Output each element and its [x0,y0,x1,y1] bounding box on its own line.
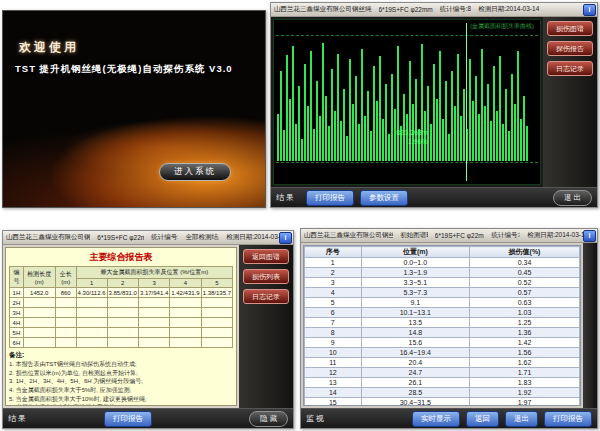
report-header-cell: 全长(m) [55,267,76,288]
list-row[interactable]: 1326.11.83 [305,378,580,388]
print-report-button[interactable]: 打印报告 [544,411,592,427]
detect-date: 检测日期:2014-03-14 [478,5,539,14]
list-row[interactable]: 610.1~13.11.03 [305,308,580,318]
report-row[interactable]: 4H [10,318,233,328]
scope-label: 全部检测结果 [185,233,219,242]
list-cell: 28.5 [361,388,469,398]
signal-bar [499,56,501,161]
signal-bar [442,119,444,161]
report-cell [55,308,76,318]
list-row[interactable]: 1016.4~19.41.56 [305,348,580,358]
waveform-chart[interactable]: (金属截面积损失率曲线) 820.263m 1.96% [273,19,541,185]
list-cell: 0.0~1.0 [361,258,469,268]
signal-bar [319,116,321,161]
exit-button[interactable]: 退 出 [553,190,592,206]
list-cell: 10.1~13.1 [361,308,469,318]
report-cell [23,298,55,308]
print-report-button[interactable]: 打印报告 [104,411,152,427]
signal-bar [448,134,450,161]
damage-list-button[interactable]: 损伤列表 [243,269,289,284]
report-window: 山西兰花三鑫煤业有限公司钢丝绳 6*19S+FC φ22mm 统计编号:8 全部… [2,230,294,429]
list-cell: 15.6 [361,338,469,348]
signal-bar [460,116,462,161]
signal-bar [331,69,333,161]
signal-bar [355,76,357,161]
list-cell: 5 [305,298,362,308]
back-button[interactable]: 返回 [466,411,499,427]
report-header-cell: 编号 [10,267,24,288]
list-statusbar: 监视 实时显示 返回 退出 打印报告 [301,408,597,428]
list-cell: 1.92 [470,388,580,398]
report-row[interactable]: 6H [10,338,233,348]
list-row[interactable]: 1120.41.62 [305,358,580,368]
list-cell: 16.4~19.4 [361,348,469,358]
realtime-button[interactable]: 实时显示 [412,411,460,427]
list-row[interactable]: 814.81.36 [305,328,580,338]
list-cell: 26.1 [361,378,469,388]
info-icon[interactable]: i [583,4,596,16]
list-cell: 9 [305,338,362,348]
list-row[interactable]: 713.51.25 [305,318,580,328]
log-record-button[interactable]: 日志记录 [243,289,289,304]
info-icon[interactable]: i [583,230,596,242]
list-cell: 1.03 [470,308,580,318]
list-row[interactable]: 10.0~1.00.34 [305,258,580,268]
report-row[interactable]: 3H [10,308,233,318]
list-row[interactable]: 1428.51.92 [305,388,580,398]
list-row[interactable]: 1530.4~31.51.97 [305,398,580,407]
signal-bar [283,130,285,161]
chart-cursor[interactable] [466,23,467,180]
signal-bar [481,49,483,161]
signal-bar [469,59,471,161]
report-cell [23,308,55,318]
list-row[interactable]: 59.10.63 [305,298,580,308]
batch-label: 统计编号:8 [491,231,520,240]
report-cell [170,338,201,348]
list-cell: 1.71 [470,368,580,378]
report-cell [201,298,232,308]
list-cell: 1.83 [470,378,580,388]
list-row[interactable]: 45.3~7.30.57 [305,288,580,298]
list-row[interactable]: 1224.71.71 [305,368,580,378]
list-cell: 0.57 [470,288,580,298]
report-cell [55,328,76,338]
list-row[interactable]: 33.3~5.10.52 [305,278,580,288]
report-cell [201,338,232,348]
graph-label: 初始图谱B [400,231,428,240]
report-cell: 1.42/431.9 [170,288,201,298]
report-side-panel: 返回图谱 损伤列表 日志记录 [239,245,293,408]
signal-bar [472,101,474,161]
flaw-report-button[interactable]: 探伤报告 [547,41,593,56]
status-text: 监视 [306,413,326,424]
waveform-side-panel: 损伤图谱 探伤报告 日志记录 [543,17,597,187]
report-cell: 4H [10,318,24,328]
report-row[interactable]: 1H1452.08604.30/112.63.85/831.03.17/941.… [10,288,233,298]
params-button[interactable]: 参数设置 [360,190,408,206]
signal-bar [433,64,435,161]
detect-date: 检测日期:2014-03-14 [527,231,583,240]
list-cell: 14.8 [361,328,469,338]
signal-bar [277,114,279,161]
report-cell [138,338,169,348]
print-report-button[interactable]: 打印报告 [306,190,354,206]
status-text: 结果 [276,192,296,203]
info-icon[interactable]: i [279,232,292,244]
report-cell [201,318,232,328]
list-row[interactable]: 915.61.42 [305,338,580,348]
damage-graph-button[interactable]: 损伤图谱 [547,21,593,36]
list-row[interactable]: 21.3~1.90.45 [305,268,580,278]
report-cell [23,318,55,328]
back-to-graph-button[interactable]: 返回图谱 [243,249,289,264]
report-row[interactable]: 5H [10,328,233,338]
enter-system-button[interactable]: 进入系统 [159,163,231,181]
exit-button[interactable]: 退出 [505,411,538,427]
list-cell: 1.97 [470,398,580,407]
list-cell: 5.3~7.3 [361,288,469,298]
signal-bar [451,71,453,161]
report-cell: 860 [55,288,76,298]
hide-button[interactable]: 隐 藏 [249,411,288,427]
report-row[interactable]: 2H [10,298,233,308]
log-record-button[interactable]: 日志记录 [547,61,593,76]
list-header-cell: 损伤值(%) [470,247,580,258]
list-cell: 13 [305,378,362,388]
